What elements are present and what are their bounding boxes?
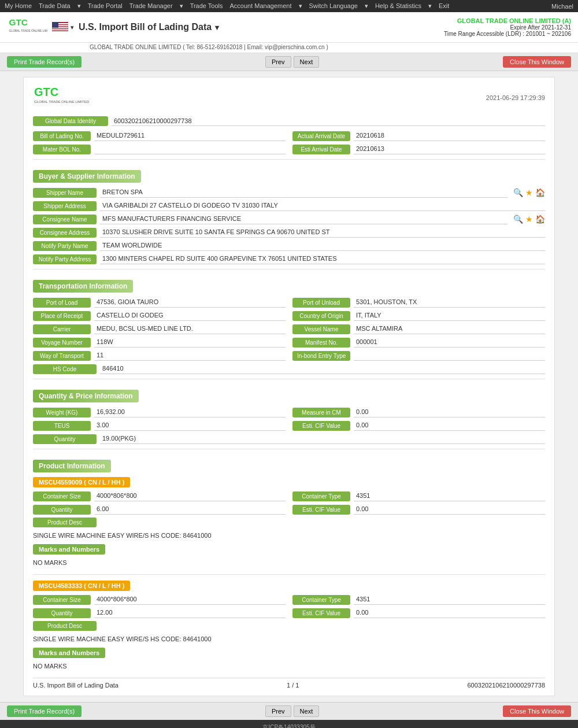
inbond-label: In-bond Entry Type bbox=[292, 351, 350, 361]
port-load-label: Port of Load bbox=[33, 298, 91, 308]
consignee-icons: 🔍 ★ 🏠 bbox=[513, 215, 545, 224]
nav-trade-portal[interactable]: Trade Portal bbox=[88, 2, 123, 10]
gtc-logo: GTC GLOBAL TRADE ONLINE LIMITED bbox=[7, 16, 47, 39]
nav-exit[interactable]: Exit bbox=[439, 2, 449, 10]
mater-row: Mater BOL No. Esti Arrival Date 20210613 bbox=[33, 144, 545, 154]
svg-rect-9 bbox=[52, 22, 58, 28]
bottom-next-button[interactable]: Next bbox=[294, 705, 320, 717]
company-name: GLOBAL TRADE ONLINE LIMITED (A) bbox=[444, 17, 571, 24]
search-icon[interactable]: 🔍 bbox=[513, 188, 523, 197]
nav-my-home[interactable]: My Home bbox=[5, 2, 32, 10]
container-type-col-1: Container Type 4351 bbox=[292, 594, 545, 605]
container-type-label-1: Container Type bbox=[292, 595, 350, 605]
bol-col: Bill of Lading No. MEDULD729611 bbox=[33, 131, 286, 141]
next-button[interactable]: Next bbox=[294, 56, 320, 68]
qty-cif-row-0: Quantity 6.00 Esti. CIF Value 0.00 bbox=[33, 504, 545, 515]
mater-col: Mater BOL No. bbox=[33, 144, 286, 154]
footer-id: 6003202106210000297738 bbox=[467, 682, 545, 689]
port-row: Port of Load 47536, GIOIA TAURO Port of … bbox=[33, 297, 545, 308]
close-button[interactable]: Close This Window bbox=[503, 56, 571, 68]
us-flag-icon bbox=[52, 22, 68, 32]
container-number-badge-0: MSCU4559009 ( CN / L / HH ) bbox=[33, 477, 130, 487]
mater-bol-value bbox=[94, 144, 286, 154]
way-transport-label: Way of Transport bbox=[33, 351, 91, 361]
weight-value: 16,932.00 bbox=[94, 407, 286, 417]
nav-items: My Home Trade Data ▾ Trade Portal Trade … bbox=[5, 2, 449, 10]
bol-value: MEDULD729611 bbox=[94, 131, 286, 141]
logo-area: GTC GLOBAL TRADE ONLINE LIMITED ▾ U.S. I… bbox=[7, 16, 219, 39]
cif-value-0: 0.00 bbox=[354, 504, 545, 515]
svg-text:GLOBAL TRADE ONLINE LIMITED: GLOBAL TRADE ONLINE LIMITED bbox=[34, 100, 90, 104]
cif-value-1: 0.00 bbox=[354, 608, 545, 618]
actual-arrival-value: 20210618 bbox=[354, 131, 545, 141]
page-footer: 京ICP备14033305号 Company Website | Global … bbox=[0, 720, 578, 728]
product-desc-text-0: SINGLE WIRE MACHINE EASY WIRE/S HS CODE:… bbox=[33, 530, 545, 541]
teus-value: 3.00 bbox=[94, 420, 286, 431]
notify-party-address-label: Notify Party Address bbox=[33, 254, 97, 264]
esti-cif-value: 0.00 bbox=[354, 420, 545, 431]
bol-label: Bill of Lading No. bbox=[33, 131, 91, 141]
top-navigation: My Home Trade Data ▾ Trade Portal Trade … bbox=[0, 0, 578, 12]
footer-title: U.S. Import Bill of Lading Data bbox=[33, 682, 118, 689]
hs-code-row: HS Code 846410 bbox=[33, 364, 545, 374]
product-desc-label-0: Product Desc bbox=[33, 518, 97, 527]
bol-row: Bill of Lading No. MEDULD729611 Actual A… bbox=[33, 131, 545, 141]
bottom-print-button[interactable]: Print Trade Record(s) bbox=[7, 705, 81, 717]
star-icon[interactable]: ★ bbox=[525, 188, 533, 197]
product-desc-row-1: Product Desc bbox=[33, 621, 545, 631]
teus-cif-row: TEUS 3.00 Esti. CIF Value 0.00 bbox=[33, 420, 545, 431]
svg-text:GLOBAL TRADE ONLINE LIMITED: GLOBAL TRADE ONLINE LIMITED bbox=[9, 29, 48, 32]
bottom-close-button[interactable]: Close This Window bbox=[503, 705, 571, 717]
page-header: GTC GLOBAL TRADE ONLINE LIMITED ▾ U.S. I… bbox=[0, 12, 578, 43]
consignee-address-row: Consignee Address 10370 SLUSHER DRIVE SU… bbox=[33, 227, 545, 238]
nav-trade-data[interactable]: Trade Data bbox=[39, 2, 71, 10]
transport-inbond-row: Way of Transport 11 In-bond Entry Type bbox=[33, 350, 545, 361]
container-size-col-0: Container Size 4000*806*800 bbox=[33, 491, 286, 501]
carrier-col: Carrier MEDU, BCSL US-MED LINE LTD. bbox=[33, 324, 286, 334]
qty-col-1: Quantity 12.00 bbox=[33, 608, 286, 618]
nav-trade-tools[interactable]: Trade Tools bbox=[190, 2, 223, 10]
esti-arrival-label: Esti Arrival Date bbox=[292, 145, 350, 154]
notify-party-name-row: Notify Party Name TEAM WORLDWIDE bbox=[33, 241, 545, 251]
quantity-label: Quantity bbox=[33, 434, 97, 444]
nav-account-mgmt[interactable]: Account Management bbox=[230, 2, 292, 10]
notify-party-name-value: TEAM WORLDWIDE bbox=[100, 241, 545, 251]
product-item-1: MSCU4583333 ( CN / L / HH ) Container Si… bbox=[33, 581, 545, 672]
svg-rect-7 bbox=[52, 29, 68, 31]
manifest-col: Manifest No. 000001 bbox=[292, 337, 545, 348]
container-type-value-1: 4351 bbox=[354, 594, 545, 605]
way-transport-col: Way of Transport 11 bbox=[33, 350, 286, 361]
way-transport-value: 11 bbox=[94, 350, 286, 361]
transportation-header: Transportation Information bbox=[33, 280, 133, 293]
place-receipt-label: Place of Receipt bbox=[33, 311, 91, 321]
container-type-value-0: 4351 bbox=[354, 491, 545, 501]
gdi-label: Global Data Identity bbox=[33, 116, 108, 126]
title-dropdown-icon[interactable]: ▾ bbox=[215, 23, 219, 32]
consignee-home-icon[interactable]: 🏠 bbox=[535, 215, 545, 224]
flag-dropdown[interactable]: ▾ bbox=[71, 24, 74, 31]
nav-trade-manager[interactable]: Trade Manager bbox=[129, 2, 173, 10]
receipt-origin-row: Place of Receipt CASTELLO DI GODEG Count… bbox=[33, 311, 545, 321]
carrier-vessel-row: Carrier MEDU, BCSL US-MED LINE LTD. Vess… bbox=[33, 324, 545, 334]
gtc-logo-card: GTC GLOBAL TRADE ONLINE LIMITED bbox=[33, 84, 97, 110]
container-size-label-0: Container Size bbox=[33, 492, 91, 501]
vessel-name-col: Vessel Name MSC ALTAMIRA bbox=[292, 324, 545, 334]
timestamp: 2021-06-29 17:29:39 bbox=[486, 94, 545, 101]
product-desc-label-1: Product Desc bbox=[33, 621, 97, 631]
cif-col-1: Esti. CIF Value 0.00 bbox=[292, 608, 545, 618]
consignee-search-icon[interactable]: 🔍 bbox=[513, 215, 523, 224]
nav-help-statistics[interactable]: Help & Statistics bbox=[375, 2, 421, 10]
measure-value: 0.00 bbox=[354, 407, 545, 417]
print-button[interactable]: Print Trade Record(s) bbox=[7, 56, 81, 68]
measure-col: Measure in CM 0.00 bbox=[292, 407, 545, 417]
icp-number: 京ICP备14033305号 bbox=[3, 723, 575, 728]
container-size-label-1: Container Size bbox=[33, 595, 91, 605]
bottom-prev-button[interactable]: Prev bbox=[265, 705, 291, 717]
prev-button[interactable]: Prev bbox=[265, 56, 291, 68]
shipper-address-value: VIA GARIBALDI 27 CASTELLO DI GODEGO TV 3… bbox=[100, 201, 545, 211]
home-icon[interactable]: 🏠 bbox=[535, 188, 545, 197]
port-unload-label: Port of Unload bbox=[292, 298, 350, 308]
nav-switch-language[interactable]: Switch Language bbox=[309, 2, 358, 10]
measure-label: Measure in CM bbox=[292, 408, 350, 417]
consignee-star-icon[interactable]: ★ bbox=[525, 215, 533, 224]
